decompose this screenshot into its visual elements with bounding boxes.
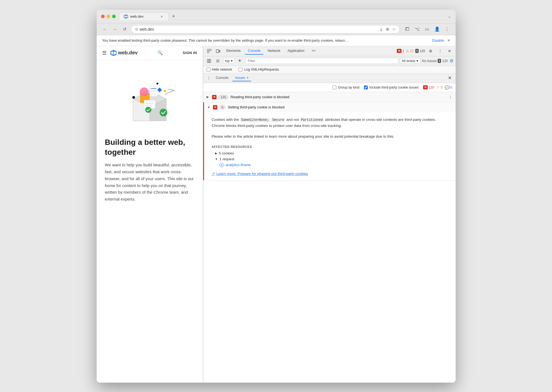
issue-more-icon-1[interactable]: ⋮: [448, 95, 452, 99]
close-traffic-light[interactable]: [101, 15, 105, 18]
console-filter-input[interactable]: [245, 58, 398, 64]
cookies-label: 5 cookies: [219, 151, 234, 155]
group-by-kind-checkbox[interactable]: Group by kind: [332, 86, 360, 89]
tab-console-issues[interactable]: Console: [213, 75, 231, 81]
devtools-panel-close-button[interactable]: ✕: [446, 74, 453, 82]
issues-tab-label[interactable]: Issues: [235, 76, 245, 80]
profile-icon[interactable]: 👤: [433, 25, 441, 33]
issue-header-2[interactable]: ▼ ✕ 5 Setting third-party cookie is bloc…: [204, 102, 456, 112]
log-xml-checkbox[interactable]: Log XMLHttpRequests: [239, 68, 279, 71]
hide-network-input[interactable]: [207, 68, 210, 71]
learn-more-link[interactable]: ↗ Learn more: Prepare for phasing out th…: [212, 172, 450, 176]
warning-count: 17: [410, 49, 414, 53]
tab-console[interactable]: Console: [245, 47, 264, 55]
issues-warning-badge: ⚐ 0: [436, 85, 443, 90]
notification-disable-link[interactable]: Disable: [432, 38, 444, 42]
request-resource-item[interactable]: ▼ 1 request: [215, 157, 450, 161]
svg-rect-34: [210, 49, 211, 51]
refresh-button[interactable]: ↺: [121, 25, 129, 33]
issues-warning-icon: ⚐: [436, 85, 440, 90]
window-chevron[interactable]: ⌄: [448, 14, 451, 18]
sign-in-button[interactable]: SIGN IN: [183, 51, 197, 55]
log-xml-input[interactable]: [239, 68, 242, 71]
issue-error-icon-2: ✕: [213, 105, 217, 110]
new-tab-button[interactable]: +: [170, 12, 178, 20]
star-icon[interactable]: ☆: [392, 27, 396, 32]
more-menu-icon[interactable]: ⋮: [443, 25, 451, 33]
hero-illustration: [117, 71, 183, 126]
group-by-kind-input[interactable]: [332, 86, 336, 89]
tab-application[interactable]: Application: [284, 47, 308, 55]
site-search-icon[interactable]: 🔍: [157, 50, 163, 55]
issue-title-1: Reading third-party cookie is blocked: [231, 95, 446, 99]
svg-point-10: [111, 52, 112, 54]
issues-info-count: 0: [450, 86, 452, 89]
tab-issues-active: Issues ×: [232, 75, 251, 81]
tab-network[interactable]: Network: [264, 47, 284, 55]
console-settings-icon[interactable]: ⚙: [450, 58, 453, 63]
forward-button[interactable]: →: [111, 25, 119, 33]
no-issues-badge: No Issues ℹ 120: [422, 59, 448, 63]
context-selector[interactable]: top ▾: [223, 58, 235, 64]
svg-line-29: [165, 92, 170, 95]
tab-more[interactable]: >>: [308, 47, 319, 55]
cookies-resource-item[interactable]: ▶ 5 cookies: [215, 151, 450, 155]
devtools-close-icon[interactable]: ✕: [446, 47, 453, 55]
hamburger-menu-icon[interactable]: ☰: [102, 50, 107, 56]
console-eye-icon[interactable]: 👁: [236, 57, 244, 65]
svg-rect-24: [150, 86, 157, 96]
include-third-party-input[interactable]: [364, 86, 368, 89]
issues-tab-close-icon[interactable]: ×: [247, 76, 249, 80]
download-icon[interactable]: ⤓: [379, 27, 383, 32]
issue-header-1[interactable]: ▶ ✕ 115 Reading third-party cookie is bl…: [203, 92, 456, 102]
console-sidebar-icon[interactable]: [205, 57, 213, 65]
request-label: 1 request: [219, 157, 234, 161]
address-bar: ← → ↺ ⊙ web.dev ⤓ ⊗ ☆ ⧠ ⌥ ▭ 👤 ⋮: [97, 23, 456, 35]
tab-close-button[interactable]: ×: [160, 14, 164, 19]
browser-window: web.dev × + ⌄ ← → ↺ ⊙ web.dev ⤓ ⊗ ☆ ⧠ ⌥ …: [97, 10, 456, 383]
no-issues-count: 120: [442, 59, 448, 63]
issues-warning-count: 0: [441, 86, 443, 89]
extensions-icon[interactable]: ⧠: [403, 25, 411, 33]
site-logo[interactable]: web.dev: [110, 50, 138, 56]
error-count-badge: ✕ 1: [397, 49, 404, 53]
tab-elements[interactable]: Elements: [223, 47, 244, 55]
console-toolbar: ⊘ top ▾ 👁 All levels ▾ No Issues ℹ 120 ⚙: [203, 56, 456, 66]
devtools-toggle-icon[interactable]: ⌥: [413, 25, 421, 33]
issues-tab-more-icon[interactable]: ⋮: [205, 75, 212, 81]
notification-close-button[interactable]: ×: [447, 38, 450, 43]
levels-label: All levels: [402, 59, 415, 63]
back-button[interactable]: ←: [101, 25, 109, 33]
select-element-icon[interactable]: [205, 47, 213, 55]
devtools-more-icon[interactable]: ⋮: [436, 47, 444, 55]
svg-rect-36: [216, 50, 219, 53]
device-toggle-icon[interactable]: [214, 47, 222, 55]
site-description: We want to help you build beautiful, acc…: [105, 162, 194, 203]
devtools-settings-icon[interactable]: ⚙: [427, 47, 435, 55]
eye-slash-icon[interactable]: ⊗: [386, 27, 389, 32]
address-bar-input[interactable]: ⊙ web.dev ⤓ ⊗ ☆: [131, 25, 400, 33]
info-count: 120: [419, 49, 425, 53]
context-label: top: [225, 59, 230, 63]
issue-row-1: ▶ ✕ 115 Reading third-party cookie is bl…: [203, 92, 456, 102]
console-clear-icon[interactable]: ⊘: [214, 57, 221, 65]
maximize-traffic-light[interactable]: [112, 15, 116, 18]
external-link-icon: ↗: [212, 172, 215, 176]
split-view-icon[interactable]: ▭: [423, 25, 431, 33]
minimize-traffic-light[interactable]: [107, 15, 110, 18]
code-samesite: SameSite=None;: [240, 118, 270, 122]
affected-resources: AFFECTED RESOURCES ▶ 5 cookies ▼ 1 reque…: [212, 145, 450, 167]
browser-tab-active[interactable]: web.dev ×: [119, 12, 169, 20]
notification-text: You have enabled testing third-party coo…: [102, 38, 432, 42]
include-third-party-checkbox[interactable]: Include third-party cookie issues: [364, 86, 419, 89]
hide-network-checkbox[interactable]: Hide network: [207, 68, 232, 71]
issue-title-2: Setting third-party cookie is blocked: [228, 105, 452, 109]
devtools-tabs: Elements Console Network Application >>: [223, 47, 396, 55]
security-icon: ⊙: [135, 27, 138, 31]
log-levels-selector[interactable]: All levels ▾: [400, 58, 420, 64]
content-area: ☰ web.dev 🔍: [97, 46, 456, 383]
site-logo-svg: [110, 50, 117, 56]
info-count-badge: ℹ 120: [415, 49, 425, 53]
svg-rect-39: [209, 59, 211, 63]
analytics-iframe-link[interactable]: ⊕ analytics-iframe: [220, 163, 450, 167]
